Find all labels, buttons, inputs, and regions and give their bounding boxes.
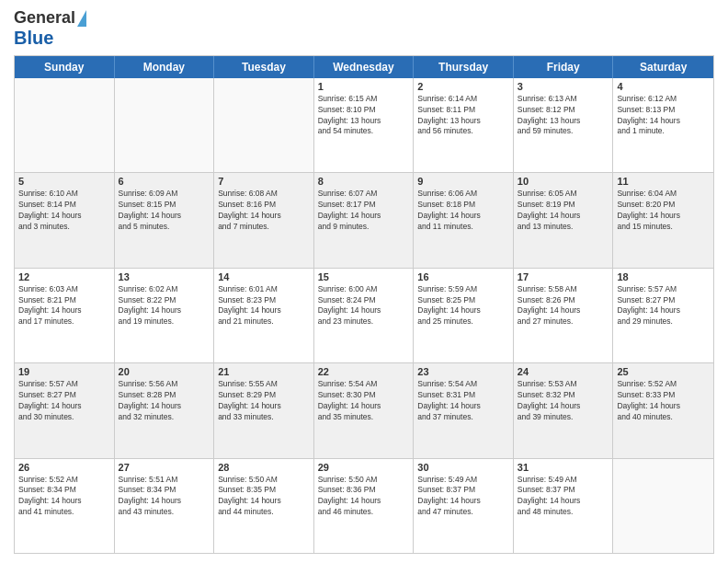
logo-text-general: General — [14, 9, 75, 28]
cell-sun-info: Sunrise: 6:02 AM Sunset: 8:22 PM Dayligh… — [119, 284, 210, 328]
calendar-cell — [115, 78, 215, 172]
cell-sun-info: Sunrise: 6:10 AM Sunset: 8:14 PM Dayligh… — [18, 189, 110, 233]
cell-sun-info: Sunrise: 5:58 AM Sunset: 8:26 PM Dayligh… — [518, 284, 609, 328]
calendar-cell: 14Sunrise: 6:01 AM Sunset: 8:23 PM Dayli… — [214, 269, 314, 362]
day-number: 10 — [518, 176, 609, 187]
cell-sun-info: Sunrise: 5:52 AM Sunset: 8:34 PM Dayligh… — [18, 475, 110, 519]
cell-sun-info: Sunrise: 6:14 AM Sunset: 8:11 PM Dayligh… — [417, 94, 509, 138]
logo-triangle-icon — [77, 10, 86, 27]
calendar-cell: 12Sunrise: 6:03 AM Sunset: 8:21 PM Dayli… — [15, 269, 115, 362]
day-number: 23 — [417, 366, 509, 377]
cell-sun-info: Sunrise: 5:54 AM Sunset: 8:31 PM Dayligh… — [417, 379, 509, 423]
day-number: 12 — [18, 271, 110, 282]
calendar: SundayMondayTuesdayWednesdayThursdayFrid… — [14, 55, 714, 554]
day-header-monday: Monday — [115, 56, 215, 78]
calendar-row-5: 26Sunrise: 5:52 AM Sunset: 8:34 PM Dayli… — [15, 458, 713, 553]
day-number: 9 — [417, 176, 509, 187]
cell-sun-info: Sunrise: 6:01 AM Sunset: 8:23 PM Dayligh… — [218, 284, 310, 328]
cell-sun-info: Sunrise: 5:49 AM Sunset: 8:37 PM Dayligh… — [518, 475, 609, 519]
day-header-thursday: Thursday — [414, 56, 514, 78]
day-number: 2 — [417, 81, 509, 92]
day-number: 20 — [119, 366, 210, 377]
day-number: 24 — [518, 366, 609, 377]
cell-sun-info: Sunrise: 6:09 AM Sunset: 8:15 PM Dayligh… — [119, 189, 210, 233]
cell-sun-info: Sunrise: 6:12 AM Sunset: 8:13 PM Dayligh… — [617, 94, 710, 138]
calendar-row-2: 5Sunrise: 6:10 AM Sunset: 8:14 PM Daylig… — [15, 172, 713, 267]
calendar-cell: 5Sunrise: 6:10 AM Sunset: 8:14 PM Daylig… — [15, 173, 115, 267]
calendar-cell: 11Sunrise: 6:04 AM Sunset: 8:20 PM Dayli… — [613, 173, 713, 267]
calendar-body: 1Sunrise: 6:15 AM Sunset: 8:10 PM Daylig… — [15, 78, 713, 553]
day-number: 11 — [617, 176, 710, 187]
calendar-cell: 24Sunrise: 5:53 AM Sunset: 8:32 PM Dayli… — [514, 363, 614, 457]
calendar-cell: 7Sunrise: 6:08 AM Sunset: 8:16 PM Daylig… — [214, 173, 314, 267]
calendar-cell: 4Sunrise: 6:12 AM Sunset: 8:13 PM Daylig… — [613, 78, 713, 172]
day-number: 14 — [218, 271, 310, 282]
calendar-cell: 22Sunrise: 5:54 AM Sunset: 8:30 PM Dayli… — [314, 363, 415, 457]
cell-sun-info: Sunrise: 5:57 AM Sunset: 8:27 PM Dayligh… — [18, 379, 110, 423]
cell-sun-info: Sunrise: 5:59 AM Sunset: 8:25 PM Dayligh… — [417, 284, 509, 328]
day-header-friday: Friday — [514, 56, 614, 78]
cell-sun-info: Sunrise: 6:03 AM Sunset: 8:21 PM Dayligh… — [18, 284, 110, 328]
cell-sun-info: Sunrise: 5:56 AM Sunset: 8:28 PM Dayligh… — [119, 379, 210, 423]
calendar-cell: 10Sunrise: 6:05 AM Sunset: 8:19 PM Dayli… — [514, 173, 614, 267]
cell-sun-info: Sunrise: 5:50 AM Sunset: 8:36 PM Dayligh… — [318, 475, 410, 519]
page: General Blue SundayMondayTuesdayWednesda… — [0, 0, 728, 563]
day-number: 13 — [119, 271, 210, 282]
header: General Blue — [14, 9, 714, 48]
day-number: 8 — [318, 176, 410, 187]
calendar-cell: 27Sunrise: 5:51 AM Sunset: 8:34 PM Dayli… — [115, 459, 215, 553]
calendar-row-1: 1Sunrise: 6:15 AM Sunset: 8:10 PM Daylig… — [15, 78, 713, 172]
day-number: 3 — [518, 81, 609, 92]
cell-sun-info: Sunrise: 6:07 AM Sunset: 8:17 PM Dayligh… — [318, 189, 410, 233]
calendar-row-4: 19Sunrise: 5:57 AM Sunset: 8:27 PM Dayli… — [15, 362, 713, 457]
day-number: 4 — [617, 81, 710, 92]
calendar-cell: 26Sunrise: 5:52 AM Sunset: 8:34 PM Dayli… — [15, 459, 115, 553]
calendar-cell: 18Sunrise: 5:57 AM Sunset: 8:27 PM Dayli… — [613, 269, 713, 362]
calendar-cell: 3Sunrise: 6:13 AM Sunset: 8:12 PM Daylig… — [514, 78, 614, 172]
day-number: 25 — [617, 366, 710, 377]
calendar-cell: 13Sunrise: 6:02 AM Sunset: 8:22 PM Dayli… — [115, 269, 215, 362]
cell-sun-info: Sunrise: 5:53 AM Sunset: 8:32 PM Dayligh… — [518, 379, 609, 423]
cell-sun-info: Sunrise: 5:55 AM Sunset: 8:29 PM Dayligh… — [218, 379, 310, 423]
day-number: 5 — [18, 176, 110, 187]
cell-sun-info: Sunrise: 5:54 AM Sunset: 8:30 PM Dayligh… — [318, 379, 410, 423]
calendar-cell: 1Sunrise: 6:15 AM Sunset: 8:10 PM Daylig… — [314, 78, 415, 172]
day-header-sunday: Sunday — [15, 56, 115, 78]
cell-sun-info: Sunrise: 5:52 AM Sunset: 8:33 PM Dayligh… — [617, 379, 710, 423]
day-header-saturday: Saturday — [613, 56, 713, 78]
calendar-cell — [214, 78, 314, 172]
day-number: 19 — [18, 366, 110, 377]
calendar-cell: 30Sunrise: 5:49 AM Sunset: 8:37 PM Dayli… — [414, 459, 514, 553]
day-number: 30 — [417, 462, 509, 473]
calendar-cell: 20Sunrise: 5:56 AM Sunset: 8:28 PM Dayli… — [115, 363, 215, 457]
day-number: 15 — [318, 271, 410, 282]
day-number: 6 — [119, 176, 210, 187]
day-number: 22 — [318, 366, 410, 377]
calendar-cell: 23Sunrise: 5:54 AM Sunset: 8:31 PM Dayli… — [414, 363, 514, 457]
calendar-cell: 19Sunrise: 5:57 AM Sunset: 8:27 PM Dayli… — [15, 363, 115, 457]
cell-sun-info: Sunrise: 6:08 AM Sunset: 8:16 PM Dayligh… — [218, 189, 310, 233]
calendar-cell: 29Sunrise: 5:50 AM Sunset: 8:36 PM Dayli… — [314, 459, 415, 553]
cell-sun-info: Sunrise: 6:13 AM Sunset: 8:12 PM Dayligh… — [518, 94, 609, 138]
day-number: 1 — [318, 81, 410, 92]
calendar-cell: 16Sunrise: 5:59 AM Sunset: 8:25 PM Dayli… — [414, 269, 514, 362]
cell-sun-info: Sunrise: 5:50 AM Sunset: 8:35 PM Dayligh… — [218, 475, 310, 519]
calendar-cell: 6Sunrise: 6:09 AM Sunset: 8:15 PM Daylig… — [115, 173, 215, 267]
calendar-cell: 21Sunrise: 5:55 AM Sunset: 8:29 PM Dayli… — [214, 363, 314, 457]
day-number: 29 — [318, 462, 410, 473]
day-number: 31 — [518, 462, 609, 473]
cell-sun-info: Sunrise: 5:49 AM Sunset: 8:37 PM Dayligh… — [417, 475, 509, 519]
calendar-cell: 9Sunrise: 6:06 AM Sunset: 8:18 PM Daylig… — [414, 173, 514, 267]
cell-sun-info: Sunrise: 5:57 AM Sunset: 8:27 PM Dayligh… — [617, 284, 710, 328]
day-number: 28 — [218, 462, 310, 473]
day-number: 18 — [617, 271, 710, 282]
day-number: 17 — [518, 271, 609, 282]
day-number: 21 — [218, 366, 310, 377]
calendar-cell: 31Sunrise: 5:49 AM Sunset: 8:37 PM Dayli… — [514, 459, 614, 553]
calendar-cell: 17Sunrise: 5:58 AM Sunset: 8:26 PM Dayli… — [514, 269, 614, 362]
cell-sun-info: Sunrise: 6:15 AM Sunset: 8:10 PM Dayligh… — [318, 94, 410, 138]
cell-sun-info: Sunrise: 6:06 AM Sunset: 8:18 PM Dayligh… — [417, 189, 509, 233]
cell-sun-info: Sunrise: 6:04 AM Sunset: 8:20 PM Dayligh… — [617, 189, 710, 233]
logo-text-blue: Blue — [14, 28, 53, 48]
day-number: 27 — [119, 462, 210, 473]
